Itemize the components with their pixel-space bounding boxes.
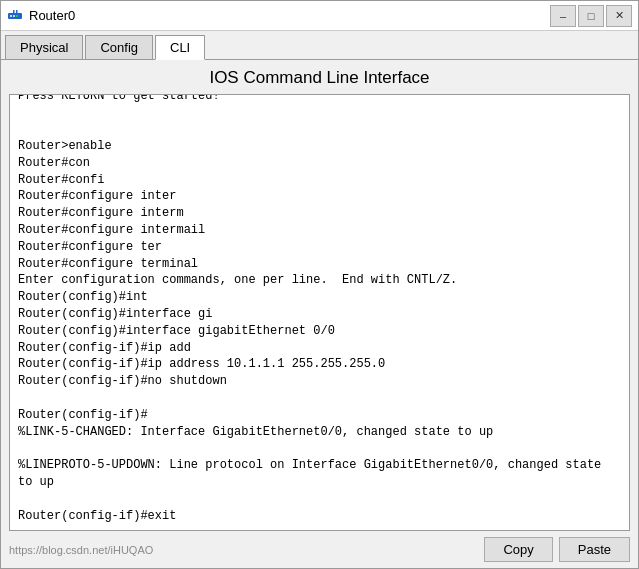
minimize-button[interactable]: – (550, 5, 576, 27)
svg-rect-4 (13, 10, 15, 13)
svg-rect-5 (16, 10, 18, 13)
title-bar-left: Router0 (7, 8, 75, 24)
paste-button[interactable]: Paste (559, 537, 630, 562)
watermark: https://blog.csdn.net/iHUQAO (9, 544, 153, 556)
window-title: Router0 (29, 8, 75, 23)
title-bar: Router0 – □ ✕ (1, 1, 638, 31)
copy-button[interactable]: Copy (484, 537, 552, 562)
tab-cli[interactable]: CLI (155, 35, 205, 60)
tab-bar: Physical Config CLI (1, 31, 638, 60)
router-icon (7, 8, 23, 24)
bottom-bar: https://blog.csdn.net/iHUQAO Copy Paste (1, 531, 638, 568)
tab-config[interactable]: Config (85, 35, 153, 59)
tab-physical[interactable]: Physical (5, 35, 83, 59)
bottom-buttons: Copy Paste (484, 537, 630, 562)
maximize-button[interactable]: □ (578, 5, 604, 27)
title-bar-controls: – □ ✕ (550, 5, 632, 27)
close-button[interactable]: ✕ (606, 5, 632, 27)
cli-area: Continue with configuration dialog? [yes… (9, 94, 630, 531)
cli-output[interactable]: Continue with configuration dialog? [yes… (10, 95, 629, 530)
page-title: IOS Command Line Interface (1, 60, 638, 94)
svg-point-2 (13, 15, 15, 17)
svg-point-3 (16, 15, 18, 17)
svg-point-1 (10, 15, 12, 17)
main-window: Router0 – □ ✕ Physical Config CLI IOS Co… (0, 0, 639, 569)
